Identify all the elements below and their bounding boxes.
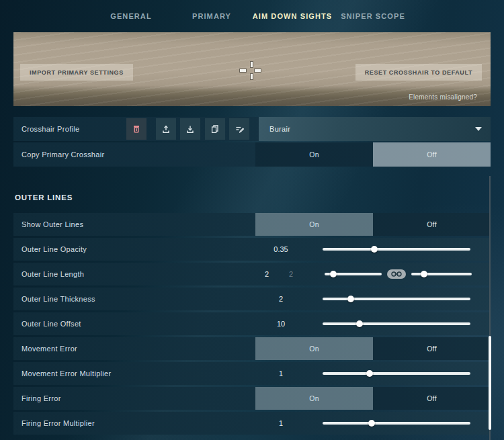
- tab-aim-down-sights[interactable]: AIM DOWN SIGHTS: [252, 12, 333, 20]
- import-primary-settings-button[interactable]: IMPORT PRIMARY SETTINGS: [20, 64, 133, 81]
- link-icon: [389, 270, 404, 278]
- crosshair-profile-row: Crosshair Profile Burair: [13, 117, 491, 141]
- setting-label: Movement Error Multiplier: [22, 369, 111, 378]
- setting-row: Movement Error Multiplier1: [13, 362, 491, 385]
- setting-toggle: OnOff: [255, 337, 491, 360]
- setting-row: Outer Line Opacity0.35: [13, 238, 491, 261]
- upload-icon: [161, 124, 171, 134]
- setting-toggle: OnOff: [255, 387, 491, 410]
- slider-track[interactable]: [323, 372, 470, 375]
- toggle-off-button[interactable]: Off: [373, 213, 491, 236]
- setting-row: Show Outer LinesOnOff: [13, 213, 491, 236]
- crosshair-settings-screen: GENERAL PRIMARY AIM DOWN SIGHTS SNIPER S…: [0, 0, 504, 440]
- duplicate-profile-button[interactable]: [205, 118, 225, 140]
- slider-track[interactable]: [323, 422, 470, 425]
- scrollbar-thumb[interactable]: [489, 336, 491, 430]
- setting-row: Movement ErrorOnOff: [13, 337, 491, 360]
- outer-lines-section-title: OUTER LINES: [15, 193, 73, 202]
- setting-label: Firing Error Multiplier: [22, 419, 95, 427]
- setting-value: 1: [261, 369, 301, 378]
- slider-track[interactable]: [323, 298, 470, 300]
- toggle-on-button[interactable]: On: [255, 387, 373, 410]
- setting-row: Outer Line Length22: [13, 263, 491, 285]
- setting-row: Outer Line Thickness2: [13, 288, 491, 310]
- settings-tab-bar: GENERAL PRIMARY AIM DOWN SIGHTS SNIPER S…: [0, 0, 504, 32]
- toggle-on-button[interactable]: On: [255, 337, 373, 360]
- crosshair-preview: IMPORT PRIMARY SETTINGS RESET CROSSHAIR …: [13, 32, 491, 106]
- setting-value: 0.35: [261, 245, 301, 253]
- setting-value: 2: [255, 270, 279, 278]
- slider-knob[interactable]: [368, 420, 375, 427]
- copy-primary-crosshair-row: Copy Primary Crosshair On Off: [13, 142, 491, 167]
- rename-icon: [234, 124, 245, 134]
- slider-knob[interactable]: [366, 370, 373, 377]
- setting-toggle: OnOff: [255, 213, 491, 236]
- outer-lines-settings-list: Show Outer LinesOnOffOuter Line Opacity0…: [13, 213, 491, 437]
- setting-row: Firing ErrorOnOff: [13, 387, 491, 410]
- setting-value: 2: [261, 295, 301, 303]
- chevron-down-icon: [475, 127, 482, 131]
- setting-label: Outer Line Length: [22, 270, 84, 278]
- rename-profile-button[interactable]: [229, 118, 249, 140]
- slider-knob[interactable]: [371, 246, 378, 253]
- elements-misaligned-link[interactable]: Elements misaligned?: [409, 93, 477, 101]
- slider-track[interactable]: [323, 322, 470, 325]
- tab-sniper-scope[interactable]: SNIPER SCOPE: [333, 12, 413, 20]
- profile-select-dropdown[interactable]: Burair: [259, 117, 491, 141]
- toggle-on-button[interactable]: On: [255, 142, 373, 167]
- setting-label: Movement Error: [22, 345, 77, 353]
- setting-label: Outer Line Thickness: [22, 295, 95, 303]
- setting-linked-value: 2: [279, 270, 303, 278]
- export-profile-button[interactable]: [156, 118, 176, 140]
- setting-label: Show Outer Lines: [22, 220, 83, 228]
- setting-label: Firing Error: [22, 394, 61, 402]
- slider-knob[interactable]: [421, 271, 427, 277]
- crosshair-outer-line-top: [251, 62, 253, 67]
- slider-track[interactable]: [411, 273, 472, 275]
- reset-crosshair-button[interactable]: RESET CROSSHAIR TO DEFAULT: [355, 64, 482, 81]
- setting-row: Outer Line Offset10: [13, 312, 491, 335]
- slider-knob[interactable]: [347, 296, 354, 302]
- slider-knob[interactable]: [330, 271, 337, 277]
- toggle-off-button[interactable]: Off: [373, 337, 491, 360]
- slider-track[interactable]: [325, 273, 382, 275]
- link-values-button[interactable]: [387, 269, 406, 279]
- toggle-on-button[interactable]: On: [255, 213, 373, 236]
- import-profile-button[interactable]: [180, 118, 200, 140]
- setting-value: 1: [261, 419, 301, 427]
- toggle-off-button[interactable]: Off: [373, 142, 491, 167]
- download-icon: [185, 124, 196, 134]
- crosshair-outer-line-bottom: [251, 74, 253, 79]
- copy-primary-toggle: On Off: [255, 142, 491, 167]
- setting-value: 10: [261, 320, 301, 328]
- delete-icon: [131, 124, 142, 134]
- delete-profile-button[interactable]: [126, 118, 146, 140]
- copy-primary-label: Copy Primary Crosshair: [22, 150, 104, 159]
- crosshair-outer-line-right: [255, 69, 261, 72]
- slider-track[interactable]: [323, 248, 470, 251]
- duplicate-icon: [210, 124, 220, 134]
- tab-primary[interactable]: PRIMARY: [171, 12, 252, 20]
- crosshair-profile-label: Crosshair Profile: [22, 125, 79, 133]
- slider-knob[interactable]: [356, 320, 363, 327]
- setting-label: Outer Line Opacity: [22, 245, 87, 253]
- tab-general[interactable]: GENERAL: [91, 12, 171, 20]
- crosshair-outer-line-left: [240, 69, 246, 72]
- setting-row: Firing Error Multiplier1: [13, 412, 491, 435]
- toggle-off-button[interactable]: Off: [373, 387, 491, 410]
- setting-label: Outer Line Offset: [22, 320, 81, 328]
- profile-select-value: Burair: [269, 125, 290, 133]
